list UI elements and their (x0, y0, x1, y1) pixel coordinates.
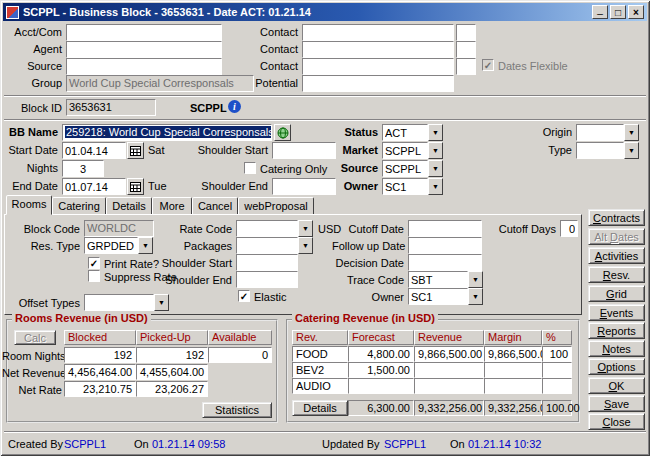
globe-button[interactable] (274, 124, 291, 141)
contact2-extra-field[interactable] (456, 41, 476, 58)
food-margin-cell[interactable]: 9,866,500.00 (484, 346, 542, 362)
tab-catering[interactable]: Catering (52, 197, 106, 215)
end-date-calendar-button[interactable] (127, 178, 144, 195)
start-date-calendar-button[interactable] (127, 142, 144, 159)
audio-forecast-cell[interactable] (348, 378, 414, 394)
ok-button[interactable]: OK (588, 377, 645, 394)
suppress-rate-checkbox[interactable] (88, 270, 100, 282)
food-forecast-cell[interactable]: 4,800.00 (348, 346, 414, 362)
bev2-rev-type-cell[interactable]: BEV2 (292, 362, 348, 378)
net-rate-blocked-cell[interactable]: 23,210.75 (64, 381, 136, 397)
bev2-revenue-cell[interactable] (414, 362, 484, 378)
resv-button[interactable]: Resv. (588, 266, 645, 283)
audio-margin-cell[interactable] (484, 378, 542, 394)
info-icon[interactable]: i (228, 100, 241, 113)
res-type-dropdown-button[interactable] (138, 237, 153, 254)
type-dropdown-button[interactable] (624, 142, 639, 159)
contact1-extra-field[interactable] (456, 24, 476, 41)
origin-dropdown-button[interactable] (624, 124, 639, 141)
audio-rev-type-cell[interactable]: AUDIO (292, 378, 348, 394)
grid-button[interactable]: Grid (588, 285, 645, 302)
market-field[interactable] (382, 142, 428, 159)
acct-com-field[interactable] (66, 24, 222, 41)
owner-field[interactable] (382, 178, 428, 195)
trace-code-field[interactable] (408, 271, 468, 288)
catering-only-checkbox[interactable] (244, 162, 256, 174)
tab-cancel[interactable]: Cancel (192, 197, 238, 215)
offset-types-dropdown-button[interactable] (154, 294, 169, 311)
bev2-margin-cell[interactable] (484, 362, 542, 378)
market-dropdown-button[interactable] (428, 142, 443, 159)
tab-webproposal[interactable]: webProposal (238, 197, 314, 215)
owner-dropdown-button[interactable] (428, 178, 443, 195)
trace-code-dropdown-button[interactable] (468, 271, 483, 288)
net-revenue-blocked-cell[interactable]: 4,456,464.00 (64, 364, 136, 380)
res-type-field[interactable] (84, 237, 138, 254)
tab-details[interactable]: Details (106, 197, 152, 215)
details-button[interactable]: Details (292, 400, 348, 416)
contact1-field[interactable] (302, 24, 454, 41)
dates-flexible-checkbox[interactable]: ✓ (482, 59, 494, 71)
room-nights-blocked-cell[interactable]: 192 (64, 347, 136, 363)
bev2-pct-cell[interactable] (542, 362, 572, 378)
events-button[interactable]: Events (588, 304, 645, 321)
rate-code-field[interactable] (236, 220, 298, 237)
statistics-button[interactable]: Statistics (202, 402, 272, 418)
packages-field[interactable] (236, 237, 298, 254)
tab-rooms[interactable]: Rooms (6, 195, 52, 215)
elastic-checkbox[interactable]: ✓ (238, 290, 250, 302)
close-button[interactable]: Close (588, 413, 645, 430)
food-pct-cell[interactable]: 100 (542, 346, 572, 362)
status-field[interactable] (382, 124, 428, 141)
net-revenue-picked-up-cell[interactable]: 4,455,604.00 (136, 364, 208, 380)
contracts-button[interactable]: Contracts (588, 209, 645, 226)
rooms-owner-dropdown-button[interactable] (468, 288, 483, 305)
source-field[interactable] (382, 160, 428, 177)
bb-name-field[interactable]: 259218: World Cup Special Corresponsals (62, 124, 272, 141)
food-rev-type-cell[interactable]: FOOD (292, 346, 348, 362)
print-rate-checkbox[interactable]: ✓ (88, 257, 100, 269)
rooms-owner-field[interactable] (408, 288, 468, 305)
follow-up-date-field[interactable] (408, 237, 482, 254)
audio-revenue-cell[interactable] (414, 378, 484, 394)
shoulder-end-field[interactable] (272, 178, 336, 195)
rate-code-dropdown-button[interactable] (298, 220, 313, 237)
cutoff-days-field[interactable] (560, 220, 578, 237)
block-code-field[interactable]: WORLDC (84, 220, 154, 237)
audio-pct-cell[interactable] (542, 378, 572, 394)
contact3-field[interactable] (302, 58, 454, 75)
alt-dates-button[interactable]: Alt Dates (588, 228, 645, 245)
agent-field[interactable] (66, 41, 222, 58)
type-field[interactable] (576, 142, 624, 159)
nights-field[interactable] (62, 160, 104, 177)
source-account-field[interactable] (66, 58, 222, 75)
contact2-field[interactable] (302, 41, 454, 58)
group-field[interactable]: World Cup Special Corresponsals (66, 75, 254, 92)
rooms-shoulder-start-field[interactable] (236, 254, 298, 271)
food-revenue-cell[interactable]: 9,866,500.00 (414, 346, 484, 362)
options-button[interactable]: Options (588, 358, 645, 375)
origin-field[interactable] (576, 124, 624, 141)
calc-button[interactable]: Calc (14, 330, 56, 345)
bev2-forecast-cell[interactable]: 1,500.00 (348, 362, 414, 378)
room-nights-picked-up-cell[interactable]: 192 (136, 347, 208, 363)
maximize-button[interactable] (610, 5, 626, 19)
contact3-extra-field[interactable] (456, 58, 476, 75)
net-rate-picked-up-cell[interactable]: 23,206.27 (136, 381, 208, 397)
room-nights-available-cell[interactable]: 0 (208, 347, 272, 363)
shoulder-start-field[interactable] (272, 142, 336, 159)
packages-dropdown-button[interactable] (298, 237, 313, 254)
rooms-shoulder-end-field[interactable] (236, 271, 298, 288)
minimize-button[interactable] (592, 5, 608, 19)
offset-types-field[interactable] (84, 294, 154, 311)
potential-field[interactable] (302, 75, 454, 92)
reports-button[interactable]: Reports (588, 322, 645, 339)
end-date-field[interactable] (62, 178, 126, 195)
start-date-field[interactable] (62, 142, 126, 159)
notes-button[interactable]: Notes (588, 340, 645, 357)
status-dropdown-button[interactable] (428, 124, 443, 141)
cutoff-date-field[interactable] (408, 220, 482, 237)
save-button[interactable]: Save (588, 395, 645, 412)
close-window-button[interactable] (628, 5, 644, 19)
titlebar[interactable]: SCPPL - Business Block - 3653631 - Date … (3, 3, 647, 21)
